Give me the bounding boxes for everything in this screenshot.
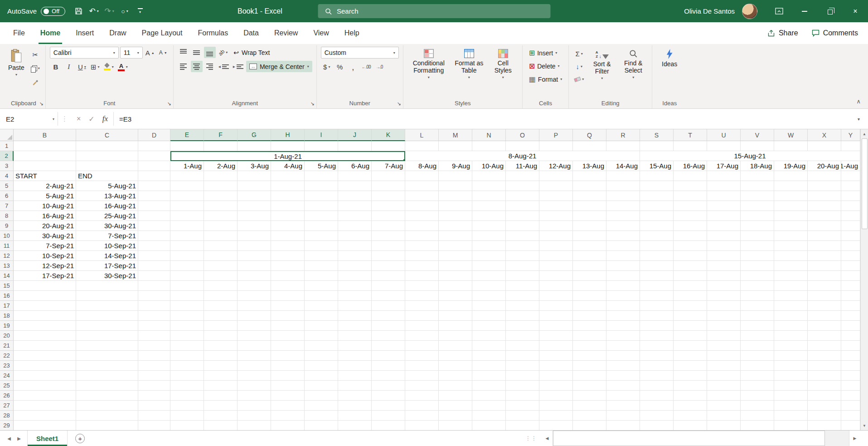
- cell-O18[interactable]: [506, 311, 539, 321]
- cell-T15[interactable]: [674, 281, 707, 291]
- cell-B21[interactable]: [14, 341, 76, 351]
- cell-N27[interactable]: [472, 401, 506, 411]
- cell-E29[interactable]: [170, 421, 204, 430]
- cell-H13[interactable]: [271, 261, 305, 271]
- cell-S8[interactable]: [640, 211, 674, 221]
- hscroll-left-button[interactable]: ◀: [542, 431, 553, 446]
- row-header-13[interactable]: 13: [0, 261, 14, 271]
- cell-I19[interactable]: [305, 321, 338, 331]
- cell-P28[interactable]: [539, 411, 573, 421]
- cell-T3[interactable]: 16-Aug: [674, 161, 707, 171]
- cell-M27[interactable]: [439, 401, 472, 411]
- cell-P7[interactable]: [539, 201, 573, 211]
- cell-N18[interactable]: [472, 311, 506, 321]
- cell-K18[interactable]: [372, 311, 405, 321]
- cell-D23[interactable]: [138, 361, 170, 371]
- cell-I7[interactable]: [305, 201, 338, 211]
- borders-button[interactable]: ⊞▾: [89, 61, 101, 73]
- cell-X17[interactable]: [808, 301, 841, 311]
- cell-B5[interactable]: 2-Aug-21: [14, 181, 76, 191]
- cell-Y22[interactable]: [841, 351, 860, 361]
- cell-X8[interactable]: [808, 211, 841, 221]
- cell-X6[interactable]: [808, 191, 841, 201]
- cell-Y16[interactable]: [841, 291, 860, 301]
- cell-C23[interactable]: [76, 361, 138, 371]
- cell-I9[interactable]: [305, 221, 338, 231]
- cell-J26[interactable]: [338, 391, 372, 401]
- cell-R20[interactable]: [606, 331, 640, 341]
- cell-Y13[interactable]: [841, 261, 860, 271]
- autosave-control[interactable]: AutoSave Off: [0, 7, 71, 16]
- cell-V17[interactable]: [741, 301, 774, 311]
- cell-G27[interactable]: [238, 401, 271, 411]
- cell-P10[interactable]: [539, 231, 573, 241]
- cell-C18[interactable]: [76, 311, 138, 321]
- cell-V22[interactable]: [741, 351, 774, 361]
- cell-S2-merged[interactable]: 15-Aug-21: [640, 151, 860, 161]
- cell-O17[interactable]: [506, 301, 539, 311]
- font-size-select[interactable]: 11▾: [120, 47, 143, 59]
- cell-I29[interactable]: [305, 421, 338, 430]
- cell-H15[interactable]: [271, 281, 305, 291]
- cell-E1[interactable]: [170, 141, 204, 151]
- row-header-25[interactable]: 25: [0, 381, 14, 391]
- cell-P27[interactable]: [539, 401, 573, 411]
- cell-O12[interactable]: [506, 251, 539, 261]
- cell-E21[interactable]: [170, 341, 204, 351]
- cell-E22[interactable]: [170, 351, 204, 361]
- cell-O21[interactable]: [506, 341, 539, 351]
- cell-M7[interactable]: [439, 201, 472, 211]
- cell-U24[interactable]: [707, 371, 741, 381]
- cell-D24[interactable]: [138, 371, 170, 381]
- cell-O3[interactable]: 11-Aug: [506, 161, 539, 171]
- cell-X10[interactable]: [808, 231, 841, 241]
- cell-M17[interactable]: [439, 301, 472, 311]
- bold-button[interactable]: B: [50, 61, 62, 73]
- cell-U25[interactable]: [707, 381, 741, 391]
- cell-M25[interactable]: [439, 381, 472, 391]
- cell-V27[interactable]: [741, 401, 774, 411]
- cell-V10[interactable]: [741, 231, 774, 241]
- cell-R5[interactable]: [606, 181, 640, 191]
- cell-Q22[interactable]: [573, 351, 606, 361]
- row-header-27[interactable]: 27: [0, 401, 14, 411]
- cell-W25[interactable]: [774, 381, 808, 391]
- cell-Q15[interactable]: [573, 281, 606, 291]
- align-center-button[interactable]: [191, 61, 203, 72]
- cell-X25[interactable]: [808, 381, 841, 391]
- cell-U9[interactable]: [707, 221, 741, 231]
- cell-B8[interactable]: 16-Aug-21: [14, 211, 76, 221]
- cell-K20[interactable]: [372, 331, 405, 341]
- cell-S25[interactable]: [640, 381, 674, 391]
- cell-O16[interactable]: [506, 291, 539, 301]
- cell-F4[interactable]: [204, 171, 238, 181]
- cell-Y14[interactable]: [841, 271, 860, 281]
- row-header-7[interactable]: 7: [0, 201, 14, 211]
- hscroll-right-button[interactable]: ▶: [849, 431, 860, 446]
- cell-F22[interactable]: [204, 351, 238, 361]
- cell-X27[interactable]: [808, 401, 841, 411]
- cell-L8[interactable]: [405, 211, 439, 221]
- cell-H4[interactable]: [271, 171, 305, 181]
- cell-P8[interactable]: [539, 211, 573, 221]
- cell-N6[interactable]: [472, 191, 506, 201]
- cell-V25[interactable]: [741, 381, 774, 391]
- cell-O23[interactable]: [506, 361, 539, 371]
- cell-U14[interactable]: [707, 271, 741, 281]
- cell-R1[interactable]: [606, 141, 640, 151]
- cell-K26[interactable]: [372, 391, 405, 401]
- cell-C16[interactable]: [76, 291, 138, 301]
- ideas-button[interactable]: Ideas: [656, 47, 683, 68]
- cell-B2[interactable]: [14, 151, 76, 161]
- cell-S6[interactable]: [640, 191, 674, 201]
- cell-G15[interactable]: [238, 281, 271, 291]
- formula-bar-handle[interactable]: ⋮: [58, 115, 71, 123]
- cell-Y9[interactable]: [841, 221, 860, 231]
- comma-style-button[interactable]: ,: [347, 61, 359, 73]
- cell-E4[interactable]: [170, 171, 204, 181]
- cell-R26[interactable]: [606, 391, 640, 401]
- cell-I20[interactable]: [305, 331, 338, 341]
- cell-W24[interactable]: [774, 371, 808, 381]
- cell-J21[interactable]: [338, 341, 372, 351]
- cell-I28[interactable]: [305, 411, 338, 421]
